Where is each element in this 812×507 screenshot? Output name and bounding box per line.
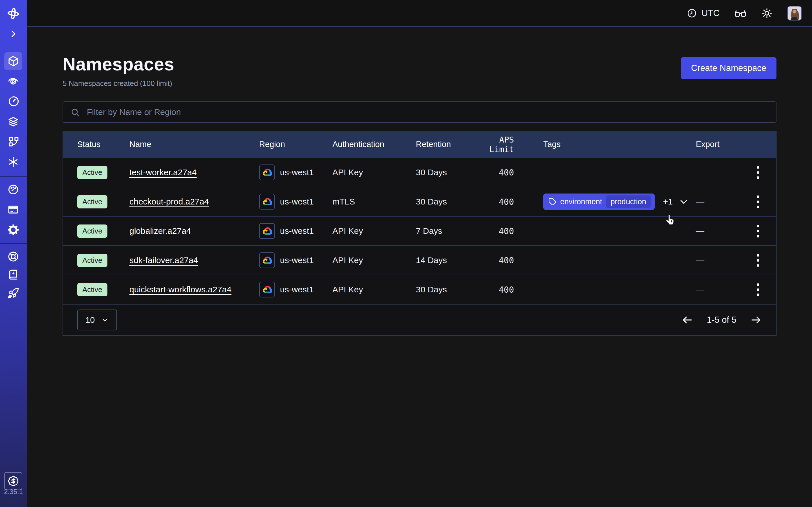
- chevron-down-icon: [101, 316, 109, 324]
- prev-page-button[interactable]: [681, 314, 693, 326]
- tags-cell: environment production +1: [514, 193, 696, 210]
- insights-eye-icon: [7, 75, 19, 87]
- export-cell: —: [696, 168, 750, 177]
- temporal-logo-icon[interactable]: [4, 4, 22, 22]
- retention-cell: 14 Days: [416, 256, 481, 265]
- page-subtitle: 5 Namespaces created (100 limit): [63, 79, 174, 88]
- table-row: Active globalizer.a27a4 us-west1 API Key…: [63, 216, 776, 245]
- search-icon: [70, 108, 80, 117]
- user-avatar[interactable]: [787, 6, 802, 20]
- namespaces-table: Status Name Region Authentication Retent…: [63, 131, 776, 336]
- sun-icon: [761, 8, 772, 19]
- sidebar-item-nexus[interactable]: [4, 133, 22, 151]
- gcp-cloud-icon: [259, 252, 275, 268]
- auth-cell: API Key: [333, 256, 416, 265]
- sidebar-item-usage[interactable]: [4, 180, 22, 198]
- sidebar-divider: [0, 176, 27, 177]
- glasses-icon: [734, 7, 747, 19]
- col-retention: Retention: [416, 140, 481, 149]
- namespace-link[interactable]: quickstart-workflows.a27a4: [130, 285, 232, 294]
- timezone-label: UTC: [702, 8, 719, 18]
- row-menu-button[interactable]: [750, 252, 766, 268]
- topbar: UTC: [27, 0, 812, 27]
- labs-glasses-button[interactable]: [734, 7, 747, 19]
- row-menu-button[interactable]: [750, 165, 766, 180]
- gear-icon: [7, 224, 19, 236]
- region-label: us-west1: [280, 285, 314, 294]
- credit-card-icon: [7, 204, 19, 216]
- table-footer: 10 1-5 of 5: [63, 304, 776, 335]
- sidebar-item-batch[interactable]: [4, 153, 22, 171]
- tags-overflow-toggle[interactable]: +1: [663, 197, 689, 207]
- sidebar: 2.35.1: [0, 0, 27, 507]
- plan-button[interactable]: [4, 472, 22, 490]
- auth-cell: API Key: [333, 285, 416, 294]
- retention-cell: 30 Days: [416, 285, 481, 294]
- col-tags: Tags: [514, 140, 696, 149]
- tag-value: production: [606, 195, 651, 208]
- aps-cell: 400: [481, 168, 514, 177]
- sidebar-item-insights[interactable]: [4, 72, 22, 90]
- timezone-selector[interactable]: UTC: [687, 8, 719, 18]
- auth-cell: API Key: [333, 168, 416, 177]
- sidebar-item-namespaces[interactable]: [4, 52, 22, 70]
- auth-cell: mTLS: [333, 197, 416, 207]
- rocket-icon: [7, 287, 19, 299]
- theme-toggle-button[interactable]: [761, 8, 772, 19]
- export-cell: —: [696, 256, 750, 265]
- retention-cell: 30 Days: [416, 168, 481, 177]
- filter-bar: [63, 101, 776, 123]
- sidebar-item-getting-started[interactable]: [4, 284, 22, 302]
- aps-cell: 400: [481, 285, 514, 295]
- book-sparkle-icon: [7, 269, 19, 281]
- aps-cell: 400: [481, 226, 514, 236]
- sidebar-item-deployments[interactable]: [4, 113, 22, 131]
- export-cell: —: [696, 226, 750, 236]
- pagination: 1-5 of 5: [681, 314, 762, 326]
- timer-icon: [7, 96, 19, 107]
- namespace-link[interactable]: sdk-failover.a27a4: [130, 256, 198, 265]
- region-label: us-west1: [280, 197, 314, 207]
- region-label: us-west1: [280, 256, 314, 265]
- sidebar-expand-button[interactable]: [4, 25, 22, 43]
- tag-key: environment: [560, 198, 602, 206]
- sidebar-item-support[interactable]: [4, 247, 22, 266]
- clock-icon: [687, 8, 697, 18]
- row-menu-button[interactable]: [750, 223, 766, 239]
- main-content: Namespaces 5 Namespaces created (100 lim…: [27, 27, 812, 507]
- status-badge: Active: [77, 283, 107, 296]
- sidebar-item-billing[interactable]: [4, 201, 22, 219]
- auth-cell: API Key: [333, 226, 416, 236]
- region-label: us-west1: [280, 226, 314, 236]
- row-menu-button[interactable]: [750, 282, 766, 297]
- gcp-cloud-icon: [259, 282, 275, 297]
- tag-icon: [548, 198, 556, 206]
- sidebar-item-schedules[interactable]: [4, 93, 22, 110]
- gauge-icon: [7, 183, 19, 195]
- tag-chip[interactable]: environment production: [543, 193, 655, 210]
- aps-cell: 400: [481, 197, 514, 207]
- filter-input[interactable]: [63, 101, 776, 123]
- sidebar-divider: [0, 243, 27, 244]
- sidebar-item-docs[interactable]: [4, 266, 22, 284]
- gcp-cloud-icon: [259, 194, 275, 210]
- retention-cell: 7 Days: [416, 226, 481, 236]
- next-page-button[interactable]: [750, 314, 762, 326]
- page-header: Namespaces 5 Namespaces created (100 lim…: [63, 54, 776, 88]
- retention-cell: 30 Days: [416, 197, 481, 207]
- col-export: Export: [696, 140, 750, 149]
- status-badge: Active: [77, 254, 107, 267]
- create-namespace-button[interactable]: Create Namespace: [681, 57, 776, 79]
- page-size-value: 10: [86, 315, 95, 325]
- app-version: 2.35.1: [0, 488, 27, 496]
- namespace-link[interactable]: checkout-prod.a27a4: [130, 197, 209, 206]
- table-row: Active sdk-failover.a27a4 us-west1 API K…: [63, 245, 776, 275]
- page-size-select[interactable]: 10: [77, 309, 117, 330]
- namespace-link[interactable]: globalizer.a27a4: [130, 226, 191, 235]
- row-menu-button[interactable]: [750, 194, 766, 210]
- namespace-link[interactable]: test-worker.a27a4: [130, 168, 197, 177]
- sidebar-item-settings[interactable]: [4, 221, 22, 239]
- status-badge: Active: [77, 224, 107, 238]
- badge-dollar-icon: [8, 475, 19, 487]
- table-row: Active checkout-prod.a27a4 us-west1 mTLS…: [63, 187, 776, 216]
